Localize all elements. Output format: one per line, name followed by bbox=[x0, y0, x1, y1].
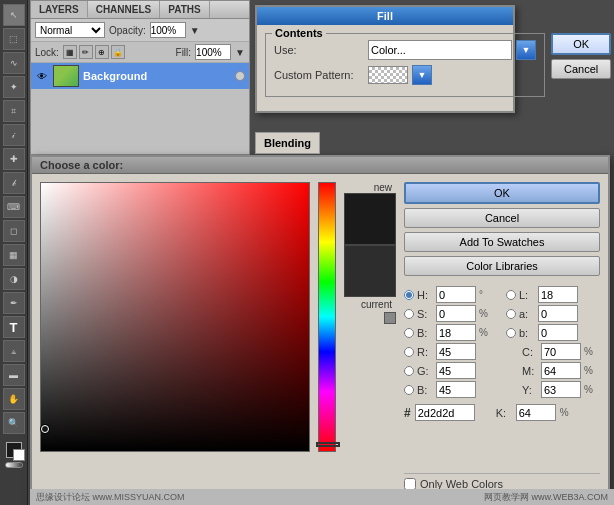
l-input[interactable] bbox=[538, 286, 578, 303]
tab-layers[interactable]: LAYERS bbox=[31, 1, 88, 18]
custom-pattern-thumb[interactable] bbox=[368, 66, 408, 84]
a-input[interactable] bbox=[538, 305, 578, 322]
r-input[interactable] bbox=[436, 343, 476, 360]
layer-visibility-eye[interactable]: 👁 bbox=[35, 69, 49, 83]
color-gradient-picker[interactable] bbox=[40, 182, 310, 452]
hex-input[interactable] bbox=[415, 404, 475, 421]
lasso-tool[interactable]: ∿ bbox=[3, 52, 25, 74]
gradient-dark-overlay bbox=[41, 183, 309, 451]
hand-tool[interactable]: ✋ bbox=[3, 388, 25, 410]
b-radio[interactable] bbox=[404, 328, 414, 338]
hue-unit: ° bbox=[479, 289, 483, 300]
b3-field-row: b: bbox=[506, 324, 600, 341]
cp-cancel-button[interactable]: Cancel bbox=[404, 208, 600, 228]
blend-mode-select[interactable]: Normal bbox=[35, 22, 105, 38]
pen-tool[interactable]: ✒ bbox=[3, 292, 25, 314]
zoom-tool[interactable]: 🔍 bbox=[3, 412, 25, 434]
cp-color-libraries-button[interactable]: Color Libraries bbox=[404, 256, 600, 276]
shape-tool[interactable]: ▬ bbox=[3, 364, 25, 386]
m-input[interactable] bbox=[541, 362, 581, 379]
arrow-opacity: ▼ bbox=[190, 25, 200, 36]
g-radio[interactable] bbox=[404, 366, 414, 376]
fill-dialog: Fill Contents Use: ▼ Custom Pattern: ▼ O… bbox=[255, 5, 515, 113]
eraser-tool[interactable]: ◻ bbox=[3, 220, 25, 242]
text-tool[interactable]: T bbox=[3, 316, 25, 338]
lock-all-btn[interactable]: 🔒 bbox=[111, 45, 125, 59]
b-unit: % bbox=[479, 327, 488, 338]
a-field-row: a: bbox=[506, 305, 600, 322]
hue-label: H: bbox=[417, 289, 433, 301]
fill-cancel-button[interactable]: Cancel bbox=[551, 59, 611, 79]
b2-input[interactable] bbox=[436, 381, 476, 398]
brush-tool[interactable]: 𝒷 bbox=[3, 172, 25, 194]
magic-wand-tool[interactable]: ✦ bbox=[3, 76, 25, 98]
use-label: Use: bbox=[274, 44, 364, 56]
a-radio[interactable] bbox=[506, 309, 516, 319]
layers-panel: LAYERS CHANNELS PATHS Normal Opacity: ▼ … bbox=[30, 0, 250, 155]
background-layer-row[interactable]: 👁 Background bbox=[31, 63, 249, 89]
lock-move-btn[interactable]: ⊕ bbox=[95, 45, 109, 59]
hue-field-row: H: ° bbox=[404, 286, 498, 303]
healing-tool[interactable]: ✚ bbox=[3, 148, 25, 170]
blending-section-label: Blending bbox=[255, 132, 320, 154]
b-input[interactable] bbox=[436, 324, 476, 341]
b-label: B: bbox=[417, 327, 433, 339]
m-unit: % bbox=[584, 365, 593, 376]
m-label: M: bbox=[522, 365, 538, 377]
custom-pattern-arrow[interactable]: ▼ bbox=[412, 65, 432, 85]
l-radio[interactable] bbox=[506, 290, 516, 300]
y-input[interactable] bbox=[541, 381, 581, 398]
dodge-tool[interactable]: ◑ bbox=[3, 268, 25, 290]
clone-stamp-tool[interactable]: ⌨ bbox=[3, 196, 25, 218]
hue-radio[interactable] bbox=[404, 290, 414, 300]
fill-ok-button[interactable]: OK bbox=[551, 33, 611, 55]
contents-group: Contents Use: ▼ Custom Pattern: ▼ bbox=[265, 33, 545, 97]
current-swatch-label: current bbox=[361, 299, 392, 310]
color-picker-dialog: Choose a color: new current OK Cancel Ad… bbox=[30, 155, 610, 505]
cp-fields-grid: H: ° L: S: % a: bbox=[404, 286, 600, 398]
s-label: S: bbox=[417, 308, 433, 320]
use-select[interactable] bbox=[368, 40, 512, 60]
s-radio[interactable] bbox=[404, 309, 414, 319]
cp-ok-button[interactable]: OK bbox=[404, 182, 600, 204]
lock-transparent-btn[interactable]: ▦ bbox=[63, 45, 77, 59]
fill-label: Fill: bbox=[176, 47, 192, 58]
move-tool[interactable]: ↖ bbox=[3, 4, 25, 26]
b3-label: b: bbox=[519, 327, 535, 339]
right-watermark: 网页教学网 www.WEB3A.COM bbox=[484, 491, 608, 504]
path-tool[interactable]: ⟁ bbox=[3, 340, 25, 362]
c-unit: % bbox=[584, 346, 593, 357]
hue-input[interactable] bbox=[436, 286, 476, 303]
tab-paths[interactable]: PATHS bbox=[160, 1, 209, 18]
gradient-tool[interactable]: ▦ bbox=[3, 244, 25, 266]
b2-radio[interactable] bbox=[404, 385, 414, 395]
k-input[interactable] bbox=[516, 404, 556, 421]
opacity-input[interactable] bbox=[150, 22, 186, 38]
crop-tool[interactable]: ⌗ bbox=[3, 100, 25, 122]
use-dropdown-arrow[interactable]: ▼ bbox=[516, 40, 536, 60]
b3-input[interactable] bbox=[538, 324, 578, 341]
k-unit: % bbox=[560, 407, 569, 418]
spectrum-bar[interactable] bbox=[318, 182, 336, 452]
s-unit: % bbox=[479, 308, 488, 319]
fill-dialog-title: Fill bbox=[257, 7, 513, 25]
lock-paint-btn[interactable]: ✏ bbox=[79, 45, 93, 59]
g-input[interactable] bbox=[436, 362, 476, 379]
y-label: Y: bbox=[522, 384, 538, 396]
s-input[interactable] bbox=[436, 305, 476, 322]
cp-add-to-swatches-button[interactable]: Add To Swatches bbox=[404, 232, 600, 252]
eyedropper-tool[interactable]: 𝒾 bbox=[3, 124, 25, 146]
ps-toolbar: ↖ ⬚ ∿ ✦ ⌗ 𝒾 ✚ 𝒷 ⌨ ◻ ▦ ◑ ✒ T ⟁ ▬ ✋ 🔍 bbox=[0, 0, 28, 505]
hex-row: # K: % bbox=[404, 404, 600, 421]
tab-channels[interactable]: CHANNELS bbox=[88, 1, 161, 18]
current-color-swatch[interactable] bbox=[344, 245, 396, 297]
r-radio[interactable] bbox=[404, 347, 414, 357]
gradient-cursor bbox=[41, 425, 49, 433]
r-field-row: R: bbox=[404, 343, 498, 360]
fill-input[interactable] bbox=[195, 44, 231, 60]
custom-pattern-label: Custom Pattern: bbox=[274, 69, 364, 81]
b3-radio[interactable] bbox=[506, 328, 516, 338]
marquee-tool[interactable]: ⬚ bbox=[3, 28, 25, 50]
only-web-colors-row: Only Web Colors bbox=[404, 473, 600, 490]
c-input[interactable] bbox=[541, 343, 581, 360]
